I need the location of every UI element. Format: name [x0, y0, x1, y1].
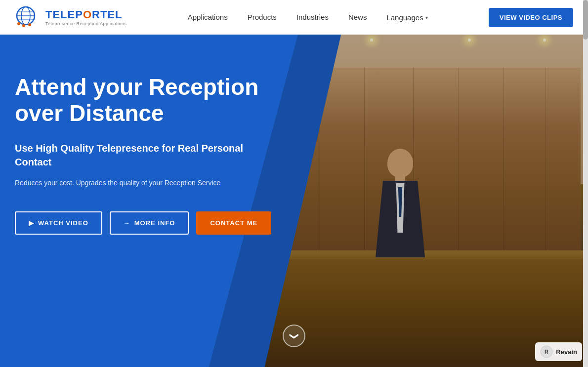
chevron-down-icon: ❯: [289, 332, 299, 340]
hero-buttons: ▶ WATCH VIDEO → MORE INFO CONTACT ME: [15, 211, 272, 235]
logo-rtel: RTEL: [92, 8, 122, 21]
ceiling-light-2: [370, 39, 373, 41]
scrollbar[interactable]: [583, 0, 588, 367]
nav-item-news[interactable]: News: [348, 13, 367, 22]
svg-point-5: [17, 22, 20, 25]
scrollbar-thumb[interactable]: [583, 0, 588, 40]
lang-label: Languages: [386, 13, 423, 22]
navbar: TELEPORTEL Telepresence Reception Applic…: [0, 0, 588, 35]
more-info-label: MORE INFO: [134, 219, 175, 227]
logo-icon: [15, 5, 43, 30]
logo[interactable]: TELEPORTEL Telepresence Reception Applic…: [15, 5, 127, 30]
svg-point-7: [28, 23, 31, 26]
view-video-clips-button[interactable]: VIEW VIDEO CLIPS: [489, 8, 573, 27]
revain-label: Revain: [556, 348, 577, 356]
nav-item-products[interactable]: Products: [248, 13, 277, 22]
nav-item-industries[interactable]: Industries: [296, 13, 329, 22]
wood-line-3: [364, 68, 365, 267]
more-info-button[interactable]: → MORE INFO: [110, 211, 189, 235]
ceiling-light-4: [543, 39, 546, 41]
svg-point-6: [22, 24, 25, 27]
nav-link-applications[interactable]: Applications: [188, 13, 228, 21]
hero-tagline: Reduces your cost. Upgrades the quality …: [15, 179, 272, 187]
nav-links: Applications Products Industries News La…: [188, 13, 428, 22]
logo-subtitle: Telepresence Reception Applications: [45, 21, 127, 26]
contact-me-button[interactable]: CONTACT ME: [196, 211, 271, 235]
play-icon: ▶: [29, 219, 34, 227]
receptionist-figure: [371, 149, 430, 257]
nav-item-languages[interactable]: Languages ▾: [386, 13, 427, 22]
logo-brand-text: TELEPORTEL: [45, 8, 127, 21]
wood-line-6: [504, 68, 504, 267]
nav-item-applications[interactable]: Applications: [188, 13, 228, 22]
scroll-down-indicator[interactable]: ❯: [283, 325, 305, 347]
logo-tele: TELEP: [45, 8, 83, 21]
lang-selector[interactable]: Languages ▾: [386, 13, 427, 22]
nav-link-industries[interactable]: Industries: [296, 13, 329, 21]
arrow-right-icon: →: [124, 219, 130, 227]
wood-line-7: [546, 68, 546, 267]
hero-subtitle: Use High Quality Telepresence for Real P…: [15, 141, 252, 169]
logo-svg-image: [15, 5, 43, 30]
hero-section: Attend your Reception over Distance Use …: [0, 35, 588, 367]
watch-video-button[interactable]: ▶ WATCH VIDEO: [15, 211, 102, 235]
nav-link-news[interactable]: News: [348, 13, 367, 21]
watch-video-label: WATCH VIDEO: [38, 219, 88, 227]
nav-link-products[interactable]: Products: [248, 13, 277, 21]
revain-icon: R: [540, 345, 553, 358]
hero-title: Attend your Reception over Distance: [15, 74, 262, 126]
lang-dropdown-icon: ▾: [425, 15, 428, 20]
hero-content: Attend your Reception over Distance Use …: [0, 35, 296, 367]
wood-line-5: [458, 68, 459, 267]
revain-badge[interactable]: R Revain: [535, 342, 582, 361]
logo-text-area: TELEPORTEL Telepresence Reception Applic…: [45, 8, 127, 26]
logo-ortel: O: [83, 8, 92, 21]
ceiling-light-3: [468, 39, 471, 41]
person-head: [387, 149, 413, 177]
svg-text:R: R: [545, 349, 548, 355]
